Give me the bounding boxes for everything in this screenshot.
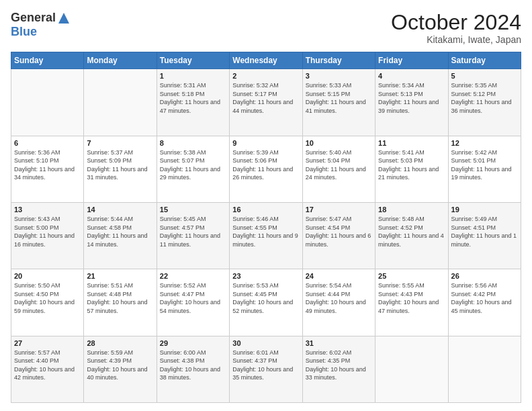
- header: General Blue October 2024 Kitakami, Iwat…: [11, 11, 521, 45]
- cell-info: Sunrise: 5:44 AM Sunset: 4:58 PM Dayligh…: [87, 215, 153, 248]
- day-number: 25: [378, 272, 445, 280]
- table-row: 22Sunrise: 5:52 AM Sunset: 4:47 PM Dayli…: [157, 269, 229, 336]
- table-row: 23Sunrise: 5:53 AM Sunset: 4:45 PM Dayli…: [230, 269, 302, 336]
- day-number: 5: [451, 72, 518, 80]
- cell-info: Sunrise: 5:49 AM Sunset: 4:51 PM Dayligh…: [451, 215, 518, 248]
- calendar-week-row: 6Sunrise: 5:36 AM Sunset: 5:10 PM Daylig…: [11, 136, 521, 202]
- cell-info: Sunrise: 5:32 AM Sunset: 5:17 PM Dayligh…: [232, 81, 299, 115]
- col-thursday: Thursday: [302, 52, 375, 69]
- cell-info: Sunrise: 5:48 AM Sunset: 4:52 PM Dayligh…: [378, 215, 445, 248]
- day-number: 16: [232, 205, 299, 214]
- svg-marker-0: [58, 13, 69, 24]
- day-number: 19: [451, 205, 518, 214]
- cell-info: Sunrise: 5:54 AM Sunset: 4:44 PM Dayligh…: [306, 281, 372, 315]
- day-number: 26: [451, 272, 518, 280]
- calendar-week-row: 1Sunrise: 5:31 AM Sunset: 5:18 PM Daylig…: [11, 69, 521, 136]
- table-row: 27Sunrise: 5:57 AM Sunset: 4:40 PM Dayli…: [11, 336, 84, 402]
- cell-info: Sunrise: 5:52 AM Sunset: 4:47 PM Dayligh…: [160, 281, 226, 315]
- table-row: 13Sunrise: 5:43 AM Sunset: 5:00 PM Dayli…: [11, 202, 84, 269]
- table-row: 1Sunrise: 5:31 AM Sunset: 5:18 PM Daylig…: [157, 69, 229, 136]
- day-number: 4: [378, 72, 445, 80]
- table-row: 14Sunrise: 5:44 AM Sunset: 4:58 PM Dayli…: [84, 202, 157, 269]
- day-number: 23: [232, 272, 299, 280]
- table-row: 3Sunrise: 5:33 AM Sunset: 5:15 PM Daylig…: [302, 69, 375, 136]
- cell-info: Sunrise: 5:35 AM Sunset: 5:12 PM Dayligh…: [451, 81, 518, 115]
- table-row: 15Sunrise: 5:45 AM Sunset: 4:57 PM Dayli…: [157, 202, 229, 269]
- day-number: 8: [160, 139, 226, 147]
- table-row: 12Sunrise: 5:42 AM Sunset: 5:01 PM Dayli…: [448, 136, 521, 202]
- day-number: 22: [160, 272, 226, 280]
- table-row: 5Sunrise: 5:35 AM Sunset: 5:12 PM Daylig…: [448, 69, 521, 136]
- day-number: 20: [14, 272, 81, 280]
- col-sunday: Sunday: [11, 52, 84, 69]
- table-row: 4Sunrise: 5:34 AM Sunset: 5:13 PM Daylig…: [375, 69, 448, 136]
- cell-info: Sunrise: 5:56 AM Sunset: 4:42 PM Dayligh…: [451, 281, 518, 315]
- page-title: October 2024: [391, 11, 521, 34]
- day-number: 21: [87, 272, 153, 280]
- logo: General Blue: [11, 11, 71, 39]
- day-number: 18: [378, 205, 445, 214]
- day-number: 29: [160, 339, 226, 347]
- table-row: 29Sunrise: 6:00 AM Sunset: 4:38 PM Dayli…: [157, 336, 229, 402]
- table-row: 8Sunrise: 5:38 AM Sunset: 5:07 PM Daylig…: [157, 136, 229, 202]
- table-row: [84, 69, 157, 136]
- day-number: 3: [306, 72, 372, 80]
- col-monday: Monday: [84, 52, 157, 69]
- table-row: [375, 336, 448, 402]
- table-row: 11Sunrise: 5:41 AM Sunset: 5:03 PM Dayli…: [375, 136, 448, 202]
- calendar-week-row: 13Sunrise: 5:43 AM Sunset: 5:00 PM Dayli…: [11, 202, 521, 269]
- page: General Blue October 2024 Kitakami, Iwat…: [0, 0, 532, 411]
- cell-info: Sunrise: 5:40 AM Sunset: 5:04 PM Dayligh…: [306, 148, 372, 182]
- cell-info: Sunrise: 5:42 AM Sunset: 5:01 PM Dayligh…: [451, 148, 518, 182]
- day-number: 30: [232, 339, 299, 347]
- day-number: 15: [160, 205, 226, 214]
- table-row: 24Sunrise: 5:54 AM Sunset: 4:44 PM Dayli…: [302, 269, 375, 336]
- table-row: 10Sunrise: 5:40 AM Sunset: 5:04 PM Dayli…: [302, 136, 375, 202]
- cell-info: Sunrise: 5:47 AM Sunset: 4:54 PM Dayligh…: [306, 215, 372, 248]
- table-row: 7Sunrise: 5:37 AM Sunset: 5:09 PM Daylig…: [84, 136, 157, 202]
- table-row: 30Sunrise: 6:01 AM Sunset: 4:37 PM Dayli…: [230, 336, 302, 402]
- col-tuesday: Tuesday: [157, 52, 229, 69]
- table-row: 21Sunrise: 5:51 AM Sunset: 4:48 PM Dayli…: [84, 269, 157, 336]
- day-number: 1: [160, 72, 226, 80]
- day-number: 6: [14, 139, 81, 147]
- table-row: 18Sunrise: 5:48 AM Sunset: 4:52 PM Dayli…: [375, 202, 448, 269]
- cell-info: Sunrise: 5:46 AM Sunset: 4:55 PM Dayligh…: [232, 215, 299, 248]
- table-row: 6Sunrise: 5:36 AM Sunset: 5:10 PM Daylig…: [11, 136, 84, 202]
- cell-info: Sunrise: 6:01 AM Sunset: 4:37 PM Dayligh…: [232, 349, 299, 382]
- cell-info: Sunrise: 5:38 AM Sunset: 5:07 PM Dayligh…: [160, 148, 226, 182]
- cell-info: Sunrise: 5:50 AM Sunset: 4:50 PM Dayligh…: [14, 281, 81, 315]
- cell-info: Sunrise: 5:33 AM Sunset: 5:15 PM Dayligh…: [306, 81, 372, 115]
- calendar-week-row: 27Sunrise: 5:57 AM Sunset: 4:40 PM Dayli…: [11, 336, 521, 402]
- day-number: 12: [451, 139, 518, 147]
- title-block: October 2024 Kitakami, Iwate, Japan: [391, 11, 521, 45]
- day-number: 27: [14, 339, 81, 347]
- calendar-header-row: Sunday Monday Tuesday Wednesday Thursday…: [11, 52, 521, 69]
- table-row: 31Sunrise: 6:02 AM Sunset: 4:35 PM Dayli…: [302, 336, 375, 402]
- table-row: 17Sunrise: 5:47 AM Sunset: 4:54 PM Dayli…: [302, 202, 375, 269]
- table-row: [448, 336, 521, 402]
- cell-info: Sunrise: 5:31 AM Sunset: 5:18 PM Dayligh…: [160, 81, 226, 115]
- cell-info: Sunrise: 5:34 AM Sunset: 5:13 PM Dayligh…: [378, 81, 445, 115]
- col-friday: Friday: [375, 52, 448, 69]
- cell-info: Sunrise: 5:36 AM Sunset: 5:10 PM Dayligh…: [14, 148, 81, 182]
- day-number: 14: [87, 205, 153, 214]
- table-row: 9Sunrise: 5:39 AM Sunset: 5:06 PM Daylig…: [230, 136, 302, 202]
- day-number: 24: [306, 272, 372, 280]
- table-row: 16Sunrise: 5:46 AM Sunset: 4:55 PM Dayli…: [230, 202, 302, 269]
- logo-general: General: [11, 11, 56, 25]
- col-saturday: Saturday: [448, 52, 521, 69]
- day-number: 28: [87, 339, 153, 347]
- cell-info: Sunrise: 5:45 AM Sunset: 4:57 PM Dayligh…: [160, 215, 226, 248]
- day-number: 11: [378, 139, 445, 147]
- table-row: 19Sunrise: 5:49 AM Sunset: 4:51 PM Dayli…: [448, 202, 521, 269]
- logo-blue: Blue: [11, 25, 37, 39]
- calendar-week-row: 20Sunrise: 5:50 AM Sunset: 4:50 PM Dayli…: [11, 269, 521, 336]
- cell-info: Sunrise: 5:43 AM Sunset: 5:00 PM Dayligh…: [14, 215, 81, 248]
- day-number: 17: [306, 205, 372, 214]
- day-number: 7: [87, 139, 153, 147]
- day-number: 2: [232, 72, 299, 80]
- day-number: 9: [232, 139, 299, 147]
- calendar-table: Sunday Monday Tuesday Wednesday Thursday…: [11, 52, 521, 403]
- page-subtitle: Kitakami, Iwate, Japan: [391, 34, 521, 45]
